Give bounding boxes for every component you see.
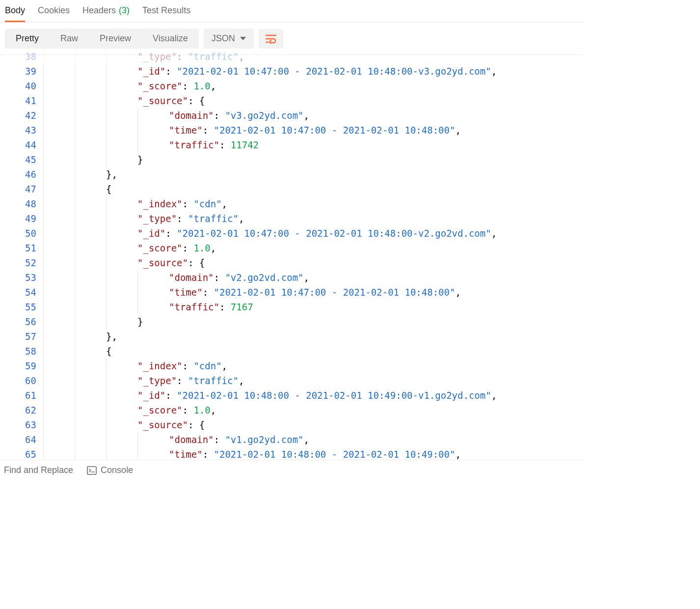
line-number: 57 bbox=[0, 329, 43, 344]
line-number: 55 bbox=[0, 300, 43, 314]
code-content: "_id": "2021-02-01 10:47:00 - 2021-02-01… bbox=[43, 226, 583, 241]
code-line: 49"_type": "traffic", bbox=[0, 211, 583, 226]
code-content: "_type": "traffic", bbox=[43, 373, 583, 388]
console-icon bbox=[87, 466, 97, 475]
code-line: 60"_type": "traffic", bbox=[0, 373, 583, 388]
svg-rect-0 bbox=[87, 467, 96, 474]
code-line: 38"_type": "traffic", bbox=[0, 49, 583, 64]
code-content: "_index": "cdn", bbox=[43, 196, 583, 211]
find-and-replace-button[interactable]: Find and Replace bbox=[4, 465, 73, 475]
line-number: 51 bbox=[0, 241, 43, 255]
code-content: "_score": 1.0, bbox=[43, 403, 583, 417]
code-line: 39"_id": "2021-02-01 10:47:00 - 2021-02-… bbox=[0, 64, 583, 79]
code-line: 46}, bbox=[0, 167, 583, 182]
response-body-code[interactable]: 38"_type": "traffic",39"_id": "2021-02-0… bbox=[0, 49, 583, 460]
code-content: "_id": "2021-02-01 10:47:00 - 2021-02-01… bbox=[43, 64, 583, 79]
line-number: 40 bbox=[0, 79, 43, 93]
line-number: 47 bbox=[0, 182, 43, 196]
code-content: "traffic": 7167 bbox=[43, 300, 583, 314]
line-number: 41 bbox=[0, 93, 43, 108]
code-line: 54"time": "2021-02-01 10:47:00 - 2021-02… bbox=[0, 285, 583, 300]
code-content: "time": "2021-02-01 10:47:00 - 2021-02-0… bbox=[43, 285, 583, 300]
line-number: 48 bbox=[0, 196, 43, 211]
code-content: "_source": { bbox=[43, 255, 583, 270]
code-line: 58{ bbox=[0, 344, 583, 359]
wrap-lines-button[interactable] bbox=[259, 29, 283, 49]
code-content: "_id": "2021-02-01 10:48:00 - 2021-02-01… bbox=[43, 388, 583, 403]
code-line: 61"_id": "2021-02-01 10:48:00 - 2021-02-… bbox=[0, 388, 583, 403]
code-content: "domain": "v3.go2yd.com", bbox=[43, 108, 583, 123]
line-number: 44 bbox=[0, 138, 43, 152]
line-number: 54 bbox=[0, 285, 43, 300]
line-number: 49 bbox=[0, 211, 43, 226]
code-content: "time": "2021-02-01 10:48:00 - 2021-02-0… bbox=[43, 447, 583, 460]
code-line: 52"_source": { bbox=[0, 255, 583, 270]
code-content: "traffic": 11742 bbox=[43, 138, 583, 152]
line-number: 64 bbox=[0, 432, 43, 447]
view-mode-segment: Pretty Raw Preview Visualize bbox=[5, 28, 199, 49]
tab-test-results[interactable]: Test Results bbox=[142, 0, 190, 22]
response-tabs: Body Cookies Headers (3) Test Results bbox=[0, 0, 583, 23]
console-button[interactable]: Console bbox=[87, 465, 133, 475]
format-dropdown[interactable]: JSON bbox=[204, 28, 254, 49]
code-line: 43"time": "2021-02-01 10:47:00 - 2021-02… bbox=[0, 123, 583, 138]
code-line: 56} bbox=[0, 314, 583, 329]
code-line: 44"traffic": 11742 bbox=[0, 138, 583, 152]
code-content: "domain": "v2.go2vd.com", bbox=[43, 270, 583, 285]
format-dropdown-label: JSON bbox=[212, 33, 235, 44]
code-line: 48"_index": "cdn", bbox=[0, 196, 583, 211]
tab-headers-count: (3) bbox=[119, 5, 130, 16]
code-line: 57}, bbox=[0, 329, 583, 344]
code-content: "_score": 1.0, bbox=[43, 241, 583, 255]
code-line: 64"domain": "v1.go2yd.com", bbox=[0, 432, 583, 447]
code-content: "_index": "cdn", bbox=[43, 359, 583, 373]
code-content: } bbox=[43, 314, 583, 329]
line-number: 65 bbox=[0, 447, 43, 460]
code-content: } bbox=[43, 152, 583, 167]
line-number: 62 bbox=[0, 403, 43, 417]
code-line: 45} bbox=[0, 152, 583, 167]
find-and-replace-label: Find and Replace bbox=[4, 465, 73, 475]
line-number: 63 bbox=[0, 417, 43, 432]
code-line: 47{ bbox=[0, 182, 583, 196]
code-line: 40"_score": 1.0, bbox=[0, 79, 583, 93]
tab-headers[interactable]: Headers (3) bbox=[82, 0, 130, 22]
code-content: { bbox=[43, 182, 583, 196]
code-content: "_source": { bbox=[43, 417, 583, 432]
view-pretty-button[interactable]: Pretty bbox=[5, 28, 50, 49]
code-content: "_source": { bbox=[43, 93, 583, 108]
line-number: 58 bbox=[0, 344, 43, 359]
line-number: 50 bbox=[0, 226, 43, 241]
view-visualize-button[interactable]: Visualize bbox=[142, 28, 199, 49]
bottom-bar: Find and Replace Console bbox=[0, 460, 583, 475]
line-number: 56 bbox=[0, 314, 43, 329]
code-line: 51"_score": 1.0, bbox=[0, 241, 583, 255]
code-line: 53"domain": "v2.go2vd.com", bbox=[0, 270, 583, 285]
tab-body[interactable]: Body bbox=[5, 0, 25, 22]
code-content: }, bbox=[43, 167, 583, 182]
line-number: 43 bbox=[0, 123, 43, 138]
line-number: 53 bbox=[0, 270, 43, 285]
line-number: 60 bbox=[0, 373, 43, 388]
code-content: "_type": "traffic", bbox=[43, 211, 583, 226]
code-line: 59"_index": "cdn", bbox=[0, 359, 583, 373]
code-line: 41"_source": { bbox=[0, 93, 583, 108]
line-number: 61 bbox=[0, 388, 43, 403]
code-line: 50"_id": "2021-02-01 10:47:00 - 2021-02-… bbox=[0, 226, 583, 241]
line-number: 42 bbox=[0, 108, 43, 123]
tab-cookies[interactable]: Cookies bbox=[38, 0, 70, 22]
chevron-down-icon bbox=[240, 37, 246, 40]
tab-headers-label: Headers bbox=[82, 5, 116, 16]
code-content: { bbox=[43, 344, 583, 359]
code-line: 65"time": "2021-02-01 10:48:00 - 2021-02… bbox=[0, 447, 583, 460]
wrap-icon bbox=[266, 34, 276, 44]
code-content: "_score": 1.0, bbox=[43, 79, 583, 93]
code-content: "domain": "v1.go2yd.com", bbox=[43, 432, 583, 447]
line-number: 45 bbox=[0, 152, 43, 167]
view-preview-button[interactable]: Preview bbox=[89, 28, 142, 49]
code-content: "_type": "traffic", bbox=[43, 49, 583, 64]
console-label: Console bbox=[101, 465, 133, 475]
view-raw-button[interactable]: Raw bbox=[50, 28, 89, 49]
line-number: 39 bbox=[0, 64, 43, 79]
line-number: 59 bbox=[0, 359, 43, 373]
